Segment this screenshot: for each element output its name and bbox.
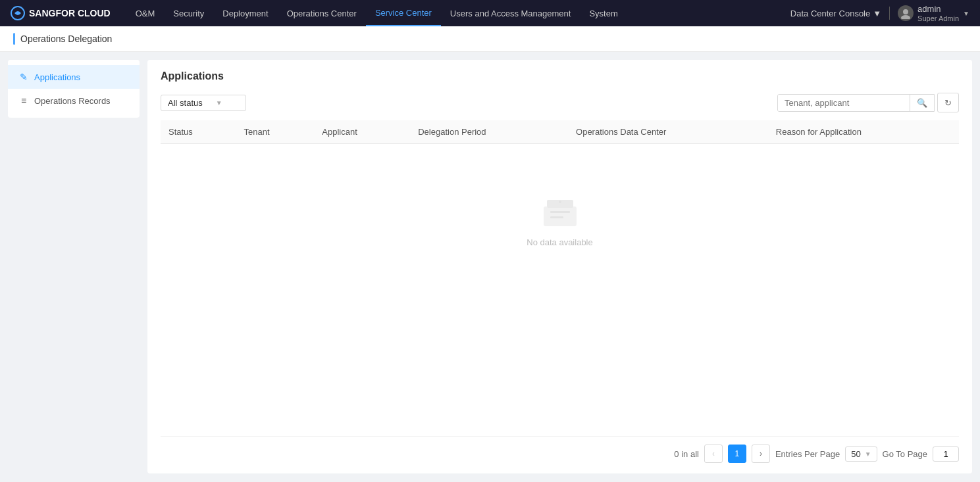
table-header: Status Tenant Applicant Delegation Perio… [161,120,959,144]
breadcrumb-indicator [13,33,15,45]
breadcrumb-text: Operations Delegation [20,34,112,44]
user-menu[interactable]: admin Super Admin ▼ [898,4,969,22]
col-tenant: Tenant [236,120,315,144]
empty-icon [540,197,580,229]
applications-table: Status Tenant Applicant Delegation Perio… [161,120,959,144]
search-box: 🔍 [777,94,935,112]
page-title: Applications [161,70,959,82]
right-side: Data Center Console ▼ admin Super Admin … [790,4,969,22]
logo-icon [11,6,25,20]
pagination-total: 0 in all [674,449,699,459]
pagination-next-button[interactable]: › [752,445,770,463]
refresh-icon: ↻ [944,98,952,108]
pagination-prev-button[interactable]: ‹ [704,445,723,463]
svg-point-1 [903,9,908,14]
chevron-down-icon: ▼ [873,9,881,18]
toolbar-left: All status ▼ [161,95,246,111]
svg-point-5 [559,201,561,203]
status-filter-label: All status [168,98,203,108]
toolbar: All status ▼ 🔍 ↻ [161,93,959,112]
status-filter-dropdown[interactable]: All status ▼ [161,95,246,111]
nav-items: O&M Security Deployment Operations Cente… [126,0,790,26]
nav-item-om[interactable]: O&M [126,0,165,26]
logo[interactable]: SANGFOR CLOUD [11,6,111,20]
sidebar-item-operations-records[interactable]: ≡ Operations Records [8,89,140,112]
sidebar-item-label-operations-records: Operations Records [34,96,111,106]
nav-item-system[interactable]: System [580,0,627,26]
svg-rect-7 [550,216,563,218]
nav-item-operations-center[interactable]: Operations Center [278,0,366,26]
search-icon: 🔍 [917,98,927,108]
svg-point-2 [901,15,910,19]
sidebar-item-applications[interactable]: ✎ Applications [8,65,140,89]
empty-text: No data available [527,237,592,247]
goto-page-input[interactable] [933,446,959,462]
status-filter-chevron-icon: ▼ [216,99,222,107]
entries-per-page-select[interactable]: 50 ▼ [845,446,877,462]
toolbar-right: 🔍 ↻ [777,93,959,112]
sidebar: ✎ Applications ≡ Operations Records [8,60,140,118]
top-navigation: SANGFOR CLOUD O&M Security Deployment Op… [0,0,980,26]
goto-page-label: Go To Page [883,449,927,459]
nav-item-service-center[interactable]: Service Center [366,0,441,26]
entries-per-page-label: Entries Per Page [775,449,840,459]
search-input[interactable] [778,95,910,111]
refresh-button[interactable]: ↻ [937,93,959,112]
entries-chevron-icon: ▼ [865,450,871,458]
user-details: admin Super Admin [917,4,959,22]
nav-divider [889,7,890,20]
nav-item-users-access[interactable]: Users and Access Management [441,0,580,26]
pagination-page-1-button[interactable]: 1 [728,445,746,463]
brand-name: SANGFOR CLOUD [29,8,111,18]
col-operations-data-center: Operations Data Center [568,120,768,144]
nav-item-security[interactable]: Security [164,0,213,26]
search-button[interactable]: 🔍 [910,95,934,111]
breadcrumb: Operations Delegation [0,26,980,52]
col-status: Status [161,120,236,144]
main-layout: ✎ Applications ≡ Operations Records Appl… [0,52,980,481]
col-delegation-period: Delegation Period [410,120,568,144]
col-reason: Reason for Application [768,120,959,144]
avatar [898,5,914,21]
content-area: Applications All status ▼ 🔍 ↻ [147,60,972,473]
empty-state: No data available [161,144,959,300]
nav-item-deployment[interactable]: Deployment [213,0,277,26]
svg-rect-6 [550,211,570,213]
user-chevron-icon: ▼ [963,10,969,17]
pagination-bar: 0 in all ‹ 1 › Entries Per Page 50 ▼ Go … [161,436,959,463]
table-wrapper: Status Tenant Applicant Delegation Perio… [161,120,959,425]
datacenter-console-button[interactable]: Data Center Console ▼ [790,9,881,18]
table-header-row: Status Tenant Applicant Delegation Perio… [161,120,959,144]
sidebar-item-label-applications: Applications [34,72,80,82]
edit-icon: ✎ [18,72,29,82]
entries-value: 50 [851,449,860,459]
col-applicant: Applicant [314,120,410,144]
list-icon: ≡ [18,95,29,106]
